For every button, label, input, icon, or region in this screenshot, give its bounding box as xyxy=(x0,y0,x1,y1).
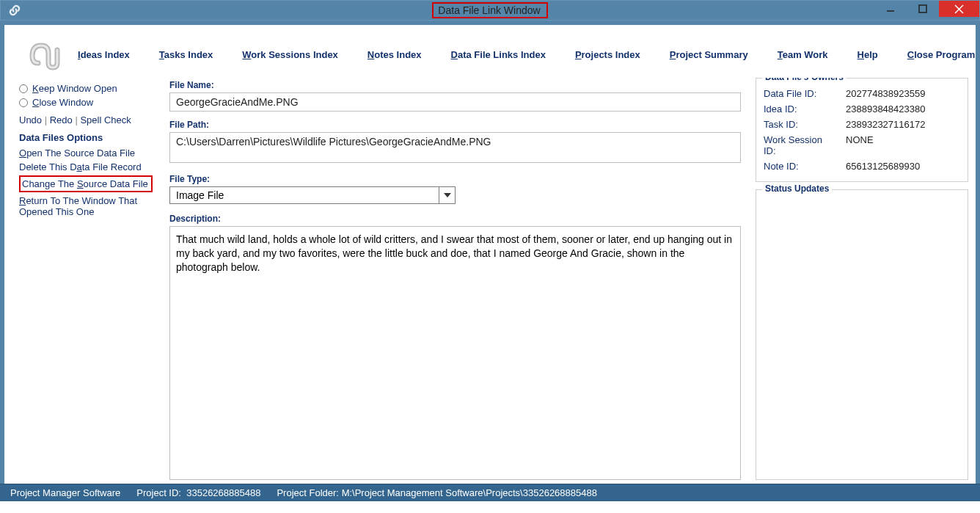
task-id-label: Task ID: xyxy=(764,119,837,130)
file-path-label: File Path: xyxy=(169,120,741,130)
data-file-id-label: Data File ID: xyxy=(764,88,837,99)
menu-ideas-index[interactable]: Ideas Index xyxy=(78,49,130,60)
window-title: Data File Link Window xyxy=(435,4,543,16)
menu-data-file-links-index[interactable]: Data File Links Index xyxy=(451,49,546,60)
data-files-options-header: Data Files Options xyxy=(19,132,162,143)
menu-tasks-index[interactable]: Tasks Index xyxy=(159,49,213,60)
main-panel: File Name: GeorgeGracieAndMe.PNG File Pa… xyxy=(162,78,752,480)
file-type-combo[interactable]: Image File xyxy=(169,186,456,204)
note-id-value: 65613125689930 xyxy=(846,161,920,172)
app-icon xyxy=(1,4,37,17)
maximize-button[interactable] xyxy=(907,1,939,17)
file-name-input[interactable]: GeorgeGracieAndMe.PNG xyxy=(169,92,741,112)
idea-id-value: 238893848423380 xyxy=(846,103,925,114)
spell-check-link[interactable]: Spell Check xyxy=(80,114,131,126)
app-logo-icon xyxy=(26,38,63,70)
radio-icon xyxy=(19,84,28,93)
file-type-label: File Type: xyxy=(169,174,741,184)
titlebar: Data File Link Window xyxy=(0,0,980,21)
svg-marker-4 xyxy=(444,193,451,197)
idea-id-label: Idea ID: xyxy=(764,103,837,114)
change-source-data-file-link[interactable]: Change The Source Data File xyxy=(22,178,148,189)
open-source-data-file-link[interactable]: Open The Source Data File xyxy=(19,146,162,160)
statusbar-project-id: Project ID: 33526268885488 xyxy=(136,487,260,498)
menu-team-work[interactable]: Team Work xyxy=(778,49,828,60)
data-file-id-value: 202774838923559 xyxy=(846,88,925,99)
task-id-value: 238932327116172 xyxy=(846,119,925,130)
close-window-radio[interactable]: Close Window xyxy=(19,95,162,109)
menu-help[interactable]: Help xyxy=(858,49,878,60)
menu-close-program[interactable]: Close Program xyxy=(907,49,975,60)
status-updates-legend: Status Updates xyxy=(762,183,832,194)
menu-projects-index[interactable]: Projects Index xyxy=(575,49,640,60)
redo-link[interactable]: Redo xyxy=(50,114,73,126)
menu-work-sessions-index[interactable]: Work Sessions Index xyxy=(242,49,338,60)
description-textarea[interactable]: That much wild land, holds a whole lot o… xyxy=(169,226,741,480)
keep-window-open-radio[interactable]: Keep Window Open xyxy=(19,81,162,95)
delete-data-file-record-link[interactable]: Delete This Data File Record xyxy=(19,160,162,174)
side-panel: Keep Window Open Close Window Undo | Red… xyxy=(19,78,162,480)
window-controls xyxy=(874,1,979,20)
radio-icon xyxy=(19,98,28,107)
note-id-label: Note ID: xyxy=(764,161,837,172)
owners-legend: Data File's Owners xyxy=(762,78,846,82)
app-frame: Ideas Index Tasks Index Work Sessions In… xyxy=(0,21,980,484)
chevron-down-icon[interactable] xyxy=(439,186,456,204)
work-session-id-value: NONE xyxy=(846,134,874,156)
file-name-label: File Name: xyxy=(169,80,741,90)
window-title-highlight: Data File Link Window xyxy=(432,2,547,18)
right-panel: Data File's Owners Data File ID:20277483… xyxy=(752,78,968,480)
file-type-value: Image File xyxy=(169,186,439,204)
menu-notes-index[interactable]: Notes Index xyxy=(368,49,422,60)
change-source-data-file-highlight: Change The Source Data File xyxy=(19,175,153,192)
menubar: Ideas Index Tasks Index Work Sessions In… xyxy=(4,25,976,78)
close-button[interactable] xyxy=(939,1,979,17)
work-session-id-label: Work Session ID: xyxy=(764,134,837,156)
owners-fieldset: Data File's Owners Data File ID:20277483… xyxy=(756,78,968,182)
file-path-input[interactable]: C:\Users\Darren\Pictures\Wildlife Pictur… xyxy=(169,132,741,163)
statusbar-project-folder: Project Folder: M:\Project Management So… xyxy=(277,487,597,498)
svg-rect-1 xyxy=(919,5,926,12)
description-label: Description: xyxy=(169,214,741,224)
minimize-button[interactable] xyxy=(874,1,907,17)
status-updates-fieldset: Status Updates xyxy=(756,189,968,480)
return-to-previous-window-link[interactable]: Return To The Window That Opened This On… xyxy=(19,194,144,219)
statusbar-app-name: Project Manager Software xyxy=(10,487,120,498)
menu-project-summary[interactable]: Project Summary xyxy=(670,49,748,60)
statusbar: Project Manager Software Project ID: 335… xyxy=(0,484,980,501)
undo-link[interactable]: Undo xyxy=(19,114,42,126)
